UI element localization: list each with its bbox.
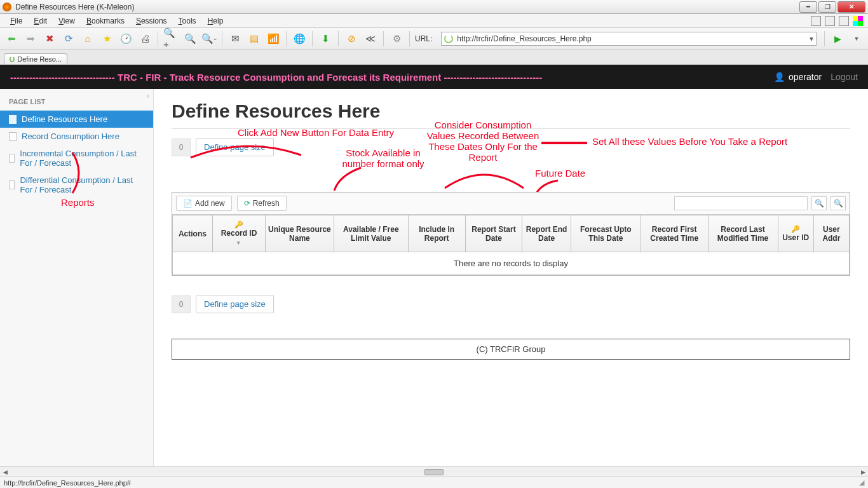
- window-close-button[interactable]: [837, 1, 865, 13]
- logout-link[interactable]: Logout: [831, 72, 858, 82]
- print-button[interactable]: 🖨: [137, 31, 153, 46]
- scroll-right-arrow[interactable]: ▶: [858, 468, 868, 477]
- menu-edit[interactable]: Edit: [29, 15, 52, 27]
- record-count: 0: [172, 139, 191, 156]
- app-banner: --------------------------------- TRC - …: [10, 72, 542, 83]
- notes-button[interactable]: ▤: [247, 31, 262, 46]
- content-area: Define Resources Here Click Add New Butt…: [154, 89, 868, 466]
- copyright-footer: (C) TRCFIR Group: [172, 339, 850, 360]
- col-user-addr[interactable]: User Addr: [813, 215, 849, 252]
- window-maximize-button[interactable]: [818, 1, 836, 13]
- share-button[interactable]: ≪: [363, 31, 378, 46]
- document-icon: [9, 115, 17, 124]
- toolbar-misc-icon-2[interactable]: [825, 16, 835, 26]
- forward-button[interactable]: ➡: [23, 31, 38, 46]
- sidebar-item-label: Incremental Consumption / Last For / For…: [20, 149, 144, 168]
- browser-icon: [3, 3, 11, 11]
- go-dropdown[interactable]: ▼: [849, 31, 864, 46]
- history-button[interactable]: 🕑: [118, 31, 133, 46]
- col-modified-time[interactable]: Record Last Modified Time: [708, 215, 778, 252]
- sidebar-item-label: Define Resources Here: [22, 114, 107, 124]
- color-block-icon[interactable]: [853, 16, 863, 26]
- block-button[interactable]: ⊘: [344, 31, 359, 46]
- key-icon: 🔑: [215, 220, 262, 229]
- search-input[interactable]: [674, 196, 808, 210]
- document-icon: [9, 180, 15, 189]
- browser-tab[interactable]: Define Reso...: [4, 53, 67, 64]
- col-start-date[interactable]: Report Start Date: [465, 215, 522, 252]
- col-resource-name[interactable]: Unique Resource Name: [266, 215, 334, 252]
- tab-loading-icon: [10, 56, 15, 62]
- tab-label: Define Reso...: [17, 55, 62, 63]
- menu-tools[interactable]: Tools: [173, 15, 201, 27]
- status-text: http://trcfir/Define_Resources_Here.php#: [4, 479, 131, 487]
- resize-grip-icon[interactable]: ◢: [859, 478, 864, 487]
- menu-bookmarks[interactable]: Bookmarks: [81, 15, 130, 27]
- add-new-button[interactable]: 📄Add new: [176, 196, 232, 211]
- define-page-size-button[interactable]: Define page size: [196, 138, 274, 156]
- annotation-reports: Reports: [61, 197, 95, 208]
- data-table: 📄Add new ⟳Refresh 🔍 🔍 Actions �: [172, 192, 850, 276]
- rss-button[interactable]: 📶: [266, 31, 281, 46]
- url-text: http://trcfir/Define_Resources_Here.php: [457, 34, 591, 43]
- sidebar-heading: PAGE LIST: [0, 95, 153, 111]
- mail-button[interactable]: ✉: [227, 31, 243, 46]
- settings-button[interactable]: ⚙: [389, 31, 404, 46]
- loading-icon: [444, 34, 453, 43]
- advanced-search-button[interactable]: 🔍: [831, 196, 846, 210]
- sidebar-item-differential[interactable]: Differential Consumption / Last For / Fo…: [0, 172, 153, 198]
- col-created-time[interactable]: Record First Created Time: [641, 215, 708, 252]
- download-button[interactable]: ⬇: [318, 31, 333, 46]
- search-button[interactable]: 🔍: [811, 196, 827, 210]
- col-include-report[interactable]: Include In Report: [408, 215, 465, 252]
- stop-button[interactable]: ✖: [42, 31, 57, 46]
- col-end-date[interactable]: Report End Date: [522, 215, 571, 252]
- col-available[interactable]: Available / Free Limit Value: [334, 215, 408, 252]
- go-button[interactable]: ▶: [830, 31, 845, 46]
- window-title: Define Resources Here (K-Meleon): [15, 3, 134, 11]
- sort-icon: ▾: [237, 240, 240, 246]
- scroll-left-arrow[interactable]: ◀: [0, 468, 10, 477]
- zoom-reset-button[interactable]: 🔍: [182, 31, 198, 46]
- sidebar-item-incremental[interactable]: Incremental Consumption / Last For / For…: [0, 145, 153, 172]
- app-header: --------------------------------- TRC - …: [0, 65, 868, 89]
- define-page-size-button-bottom[interactable]: Define page size: [196, 295, 274, 313]
- document-icon: [9, 132, 17, 141]
- sidebar-item-define-resources[interactable]: Define Resources Here: [0, 111, 153, 128]
- url-label: URL:: [415, 34, 432, 43]
- user-chip[interactable]: 👤 operator: [774, 72, 822, 82]
- toolbar-misc-icon-3[interactable]: [839, 16, 849, 26]
- menu-sessions[interactable]: Sessions: [131, 15, 172, 27]
- sidebar-item-record-consumption[interactable]: Record Consumption Here: [0, 128, 153, 145]
- back-button[interactable]: ⬅: [4, 31, 19, 46]
- favorites-button[interactable]: ★: [99, 31, 114, 46]
- reload-button[interactable]: ⟳: [61, 31, 76, 46]
- menu-file[interactable]: File: [5, 15, 27, 27]
- col-record-id[interactable]: 🔑Record ID▾: [212, 215, 265, 252]
- key-icon: 🔑: [781, 225, 811, 233]
- horizontal-scrollbar[interactable]: ◀ ▶: [0, 466, 868, 477]
- col-forecast-date[interactable]: Forecast Upto This Date: [571, 215, 641, 252]
- sidebar-item-label: Record Consumption Here: [22, 132, 119, 141]
- toolbar-misc-icon-1[interactable]: [811, 16, 821, 26]
- col-user-id[interactable]: 🔑User ID: [778, 215, 813, 252]
- zoom-out-button[interactable]: 🔍-: [201, 31, 217, 46]
- url-input[interactable]: http://trcfir/Define_Resources_Here.php …: [441, 32, 817, 46]
- document-icon: [9, 154, 15, 163]
- home-button[interactable]: ⌂: [80, 31, 95, 46]
- globe-button[interactable]: 🌐: [292, 31, 307, 46]
- sidebar-collapse-button[interactable]: ‹: [147, 92, 149, 100]
- col-actions[interactable]: Actions: [173, 215, 213, 252]
- zoom-in-button[interactable]: 🔍+: [163, 31, 179, 46]
- browser-toolbar: ⬅ ➡ ✖ ⟳ ⌂ ★ 🕑 🖨 🔍+ 🔍 🔍- ✉ ▤ 📶 🌐 ⬇ ⊘ ≪ ⚙ …: [0, 28, 868, 50]
- table-header-row: Actions 🔑Record ID▾ Unique Resource Name…: [173, 215, 850, 252]
- refresh-button[interactable]: ⟳Refresh: [237, 196, 287, 211]
- menu-view[interactable]: View: [53, 15, 80, 27]
- menu-help[interactable]: Help: [203, 15, 229, 27]
- user-icon: 👤: [774, 72, 785, 82]
- scroll-thumb[interactable]: [424, 469, 444, 475]
- status-bar: http://trcfir/Define_Resources_Here.php#…: [0, 477, 868, 488]
- menubar: File Edit View Bookmarks Sessions Tools …: [0, 14, 868, 28]
- window-minimize-button[interactable]: [799, 1, 817, 13]
- refresh-icon: ⟳: [244, 199, 250, 208]
